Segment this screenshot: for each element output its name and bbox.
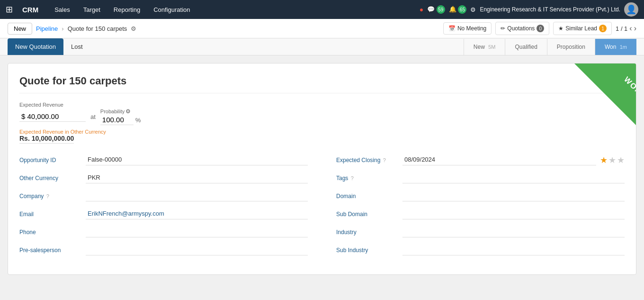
company-label: Company ? <box>19 191 86 200</box>
status-bar: New Quotation Lost New 5M Qualified Prop… <box>0 38 644 55</box>
notification-area: ● 💬 59 🔔 65 ⚙ Engineering Research & IT … <box>420 2 638 17</box>
form-left: Opportunity ID False-00000 Other Currenc… <box>19 155 308 263</box>
breadcrumb-current: Quote for 150 carpets <box>68 25 127 32</box>
company-name: Engineering Research & IT Services Provi… <box>480 6 620 13</box>
expected-closing-label: Expected Closing ? <box>336 155 402 164</box>
form-row-presalesperson: Pre-salesperson <box>19 245 308 255</box>
other-currency-field-label: Other Currency <box>19 173 86 182</box>
expected-revenue-input[interactable]: $ 40,000.00 <box>19 111 86 122</box>
nav-configuration[interactable]: Configuration <box>151 4 193 15</box>
star-2[interactable]: ★ <box>608 155 616 165</box>
company-help-icon[interactable]: ? <box>46 193 49 199</box>
priority-stars: ★ ★ ★ <box>600 155 625 165</box>
pager: 1 / 1 ‹ › <box>616 24 636 33</box>
form-row-other-currency: Other Currency PKR <box>19 173 308 183</box>
pager-text: 1 / 1 <box>616 25 627 32</box>
star-3[interactable]: ★ <box>617 155 625 165</box>
star-icon: ★ <box>558 25 564 32</box>
domain-label: Domain <box>336 191 402 200</box>
sub-industry-value[interactable] <box>402 245 625 255</box>
settings-icon[interactable]: ⚙ <box>470 6 476 13</box>
main-content: WON Quote for 150 carpets Expected Reven… <box>0 55 644 282</box>
other-currency-label: Expected Revenue in Other Currency <box>19 129 625 135</box>
stage-proposition[interactable]: Proposition <box>547 39 595 55</box>
email-value[interactable]: ErikNFrench@armyspy.com <box>86 209 308 219</box>
probability-label: Probability <box>100 109 125 114</box>
next-button[interactable]: › <box>634 24 636 33</box>
industry-label: Industry <box>336 227 402 236</box>
won-label: WON <box>622 75 636 97</box>
other-currency-field-value[interactable]: PKR <box>86 173 308 183</box>
at-label: at <box>90 113 96 120</box>
form-right: Expected Closing ? 08/09/2024 ★ ★ ★ Tags… <box>336 155 625 263</box>
form-row-phone: Phone <box>19 227 308 237</box>
presalesperson-value[interactable] <box>86 245 308 255</box>
lost-button[interactable]: Lost <box>63 38 90 55</box>
new-quotation-button[interactable]: New Quotation <box>8 38 63 55</box>
opportunity-id-label: Opportunity ID <box>19 155 86 164</box>
sub-industry-label: Sub Industry <box>336 245 402 254</box>
app-name: CRM <box>22 6 38 14</box>
subdomain-value[interactable] <box>402 209 625 219</box>
form-row-tags: Tags ? <box>336 173 625 183</box>
messages-icon[interactable]: 💬 59 <box>427 5 445 14</box>
form-row-company: Company ? <box>19 191 308 201</box>
form-row-subdomain: Sub Domain <box>336 209 625 219</box>
no-meeting-button[interactable]: 📅 No Meeting <box>443 22 492 35</box>
nav-reporting[interactable]: Reporting <box>111 4 143 15</box>
stage-won[interactable]: Won 1m <box>595 39 636 55</box>
similar-lead-button[interactable]: ★ Similar Lead 1 <box>553 22 612 35</box>
opportunity-id-value[interactable]: False-00000 <box>86 155 308 165</box>
grid-icon[interactable]: ⊞ <box>6 4 13 15</box>
stage-new[interactable]: New 5M <box>464 39 505 55</box>
form-row-expected-closing: Expected Closing ? 08/09/2024 ★ ★ ★ <box>336 155 625 165</box>
probability-gear-icon[interactable]: ⚙ <box>125 108 131 115</box>
subdomain-label: Sub Domain <box>336 209 402 218</box>
action-buttons: 📅 No Meeting ✏ Quotations 0 ★ Similar Le… <box>443 22 612 35</box>
quotations-button[interactable]: ✏ Quotations 0 <box>495 22 549 35</box>
other-currency-value: Rs. 10,000,000.00 <box>19 135 74 144</box>
quotations-icon: ✏ <box>501 25 505 32</box>
expected-closing-help-icon[interactable]: ? <box>383 157 386 163</box>
tags-value[interactable] <box>402 173 625 183</box>
nav-target[interactable]: Target <box>80 4 103 15</box>
new-button[interactable]: New <box>8 23 32 35</box>
form-section: Opportunity ID False-00000 Other Currenc… <box>19 155 625 263</box>
avatar[interactable]: 👤 <box>624 2 638 17</box>
phone-value[interactable] <box>86 227 308 237</box>
record-card: WON Quote for 150 carpets Expected Reven… <box>8 63 636 275</box>
expected-revenue-label: Expected Revenue <box>19 102 63 108</box>
form-row-sub-industry: Sub Industry <box>336 245 625 255</box>
pipeline-link[interactable]: Pipeline <box>36 25 58 32</box>
breadcrumb-bar: New Pipeline › Quote for 150 carpets ⚙ 📅… <box>0 19 644 38</box>
messages-badge: 59 <box>437 5 445 14</box>
red-dot-icon: ● <box>420 6 423 13</box>
stage-qualified[interactable]: Qualified <box>505 39 546 55</box>
expected-closing-value[interactable]: 08/09/2024 <box>402 155 596 165</box>
nav-sales[interactable]: Sales <box>52 4 73 15</box>
company-value[interactable] <box>86 191 308 201</box>
email-label: Email <box>19 209 86 218</box>
presalesperson-label: Pre-salesperson <box>19 245 86 254</box>
record-title: Quote for 150 carpets <box>19 75 625 93</box>
form-row-industry: Industry <box>336 227 625 237</box>
phone-label: Phone <box>19 227 86 236</box>
form-row-opportunity-id: Opportunity ID False-00000 <box>19 155 308 165</box>
form-row-email: Email ErikNFrench@armyspy.com <box>19 209 308 219</box>
domain-value[interactable] <box>402 191 625 201</box>
page-settings-icon[interactable]: ⚙ <box>131 25 136 32</box>
tags-label: Tags ? <box>336 173 402 182</box>
probability-input[interactable]: 100.00 <box>100 115 134 125</box>
star-1[interactable]: ★ <box>600 155 608 165</box>
similar-lead-count: 1 <box>599 25 607 32</box>
quotations-count: 0 <box>537 25 544 32</box>
industry-value[interactable] <box>402 227 625 237</box>
prev-button[interactable]: ‹ <box>629 24 632 33</box>
percent-label: % <box>135 117 141 124</box>
top-navigation: ⊞ CRM Sales Target Reporting Configurati… <box>0 0 644 19</box>
form-row-domain: Domain <box>336 191 625 201</box>
tags-help-icon[interactable]: ? <box>351 175 354 181</box>
bell-badge: 65 <box>458 5 466 14</box>
pipeline-stages: New 5M Qualified Proposition Won 1m <box>464 39 636 55</box>
bell-icon[interactable]: 🔔 65 <box>449 5 467 14</box>
